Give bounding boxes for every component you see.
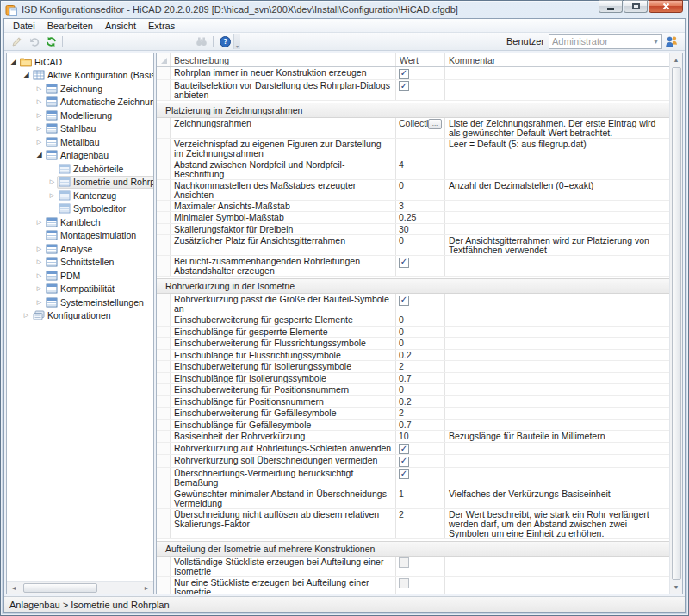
setting-row[interactable]: Einschuberweiterung für Gefällesymbole2 — [157, 408, 669, 420]
expander-collapsed-icon[interactable]: ▷ — [34, 245, 44, 253]
column-header-beschreibung[interactable]: Beschreibung — [171, 53, 396, 66]
help-button[interactable]: ? — [216, 34, 233, 49]
setting-value-cell[interactable] — [396, 557, 445, 576]
menu-item-datei[interactable]: Datei — [7, 20, 41, 32]
scroll-right-icon[interactable]: ► — [140, 582, 152, 594]
tree-item-systemeinstellungen[interactable]: ▷Systemeinstellungen — [7, 296, 153, 309]
value-checkbox[interactable] — [399, 469, 409, 479]
user-combobox[interactable]: Administrator ▼ — [549, 34, 662, 49]
tree-item-automatische-zeichnungsab[interactable]: ▷Automatische Zeichnungsab — [7, 96, 153, 109]
setting-row[interactable]: Rohrverkürzung passt die Größe der Baute… — [157, 294, 669, 314]
setting-row[interactable]: Nachkommastellen des Maßstabes erzeugter… — [157, 180, 669, 201]
expander-collapsed-icon[interactable]: ▷ — [47, 177, 57, 186]
tree-item-kantenzug[interactable]: ▷Kantenzug — [7, 189, 153, 202]
setting-value-cell[interactable]: 0.2 — [396, 396, 445, 408]
setting-value-cell[interactable]: 1 — [396, 488, 445, 508]
tree-item-schnittstellen[interactable]: ▷Schnittstellen — [7, 256, 153, 270]
close-button[interactable] — [649, 0, 683, 13]
setting-row[interactable]: Zusätzlicher Platz für Ansichtsgitterrah… — [157, 235, 669, 256]
scroll-left-icon[interactable]: ◄ — [8, 582, 20, 594]
value-checkbox[interactable] — [399, 444, 409, 454]
minimize-button[interactable] — [599, 0, 623, 13]
expander-expanded-icon[interactable]: ◢ — [22, 71, 31, 79]
setting-row[interactable]: Bei nicht-zusammenhängenden Rohrleitunge… — [157, 256, 669, 277]
scroll-up-icon[interactable]: ▲ — [670, 54, 682, 65]
titlebar[interactable]: ISD Konfigurationseditor - HiCAD 20.2.0.… — [3, 1, 686, 18]
expander-collapsed-icon[interactable]: ▷ — [34, 298, 44, 307]
setting-row[interactable]: Einschuberweiterung für gesperrte Elemen… — [157, 314, 669, 327]
setting-row[interactable]: Basiseinheit der Rohrverkürzung10Bezugsl… — [157, 431, 669, 443]
undo-button[interactable] — [25, 34, 42, 49]
setting-row[interactable]: Einschublänge für Flussrichtungssymbole0… — [157, 350, 669, 362]
setting-value-cell[interactable]: 2 — [396, 361, 445, 372]
tree-item-zubeh-rteile[interactable]: Zubehörteile — [7, 162, 153, 176]
tree-item-anlagenbau[interactable]: ◢Anlagenbau — [7, 149, 153, 163]
expander-collapsed-icon[interactable]: ▷ — [34, 97, 44, 106]
setting-value-cell[interactable] — [396, 256, 445, 276]
scrollbar-thumb[interactable] — [672, 67, 681, 580]
setting-row[interactable]: Einschublänge für Isolierungssymbole0.7 — [157, 373, 669, 385]
find-button[interactable] — [193, 34, 210, 49]
setting-value-cell[interactable]: 0 — [396, 180, 445, 200]
menu-item-extras[interactable]: Extras — [142, 20, 181, 32]
setting-value-cell[interactable] — [396, 468, 445, 488]
tree-item-kompatibilit-t[interactable]: ▷Kompatibilität — [7, 283, 153, 296]
tree-item-metallbau[interactable]: ▷Metallbau — [7, 135, 153, 149]
value-checkbox[interactable] — [399, 258, 409, 268]
tree-item-zeichnung[interactable]: ▷Zeichnung — [7, 82, 153, 96]
value-checkbox[interactable] — [399, 296, 409, 306]
grid-vertical-scrollbar[interactable]: ▲ ▼ — [669, 53, 682, 594]
setting-value-cell[interactable]: 0.2 — [396, 350, 445, 361]
setting-row[interactable]: ZeichnungsrahmenCollection...Liste der Z… — [157, 118, 669, 139]
value-checkbox[interactable] — [399, 457, 409, 467]
expander-collapsed-icon[interactable]: ▷ — [34, 84, 44, 93]
setting-value-cell[interactable] — [396, 67, 445, 79]
setting-value-cell[interactable]: 0.25 — [396, 212, 445, 223]
setting-value-cell[interactable]: 0 — [396, 314, 445, 326]
setting-value-cell[interactable] — [396, 139, 445, 159]
setting-row[interactable]: Überschneidung nicht auflösen ab diesem … — [157, 509, 669, 539]
tree-item-pdm[interactable]: ▷PDM — [7, 269, 153, 283]
expander-collapsed-icon[interactable]: ▷ — [34, 258, 44, 266]
user-switch-button[interactable] — [662, 34, 681, 49]
tree-item-kantblech[interactable]: ▷Kantblech — [7, 215, 153, 229]
setting-value-cell[interactable]: 4 — [396, 159, 445, 179]
setting-value-cell[interactable]: 0.7 — [396, 420, 445, 431]
setting-row[interactable]: Einschublänge für gesperrte Elemente0 — [157, 327, 669, 339]
setting-value-cell[interactable] — [396, 443, 445, 455]
ellipsis-button[interactable]: ... — [428, 119, 442, 129]
menu-item-ansicht[interactable]: Ansicht — [99, 20, 142, 32]
setting-row[interactable]: Rohrverkürzung auf Rohrleitungs-Schleife… — [157, 443, 669, 456]
tree-item-isometrie-und-rohrplan[interactable]: ▷Isometrie und Rohrplan — [7, 176, 153, 190]
tree-item-hicad[interactable]: ◢HiCAD — [7, 55, 153, 69]
setting-row[interactable]: Bauteilselektion vor Darstellung des Roh… — [157, 80, 669, 101]
setting-value-cell[interactable] — [396, 294, 445, 314]
setting-value-cell[interactable]: 0 — [396, 235, 445, 255]
tree-item-symboleditor[interactable]: Symboleditor — [7, 202, 153, 216]
setting-row[interactable]: Vollständige Stückliste erzeugen bei Auf… — [157, 557, 669, 577]
setting-row[interactable]: Maximaler Ansichts-Maßstab3 — [157, 201, 669, 213]
setting-row[interactable]: Minimaler Symbol-Maßstab0.25 — [157, 212, 669, 224]
setting-row[interactable]: Skalierungsfaktor für Dreibein30 — [157, 224, 669, 236]
tree-horizontal-scrollbar[interactable]: ◄ ► — [7, 581, 153, 594]
expander-expanded-icon[interactable]: ◢ — [9, 58, 18, 66]
setting-row[interactable]: Verzeichnispfad zu eigenen Figuren zur D… — [157, 139, 669, 159]
scroll-down-icon[interactable]: ▼ — [670, 582, 682, 593]
setting-row[interactable]: Einschuberweiterung für Isolierungssymbo… — [157, 361, 669, 373]
tree-item-modellierung[interactable]: ▷Modellierung — [7, 109, 153, 122]
setting-row[interactable]: Einschuberweiterung für Flussrichtungssy… — [157, 338, 669, 350]
scrollbar-thumb[interactable] — [23, 583, 97, 593]
setting-value-cell[interactable]: 0.7 — [396, 373, 445, 384]
tree-item-analyse[interactable]: ▷Analyse — [7, 242, 153, 256]
setting-row[interactable]: Abstand zwischen Nordpfeil und Nordpfeil… — [157, 159, 669, 180]
expander-collapsed-icon[interactable]: ▷ — [34, 111, 44, 120]
tree-item-stahlbau[interactable]: ▷Stahlbau — [7, 122, 153, 136]
setting-value-cell[interactable]: 30 — [396, 224, 445, 235]
setting-row[interactable]: Nur eine Stückliste erzeugen bei Aufteil… — [157, 577, 669, 594]
expander-collapsed-icon[interactable]: ▷ — [34, 218, 44, 227]
setting-row[interactable]: Überschneidungs-Vermeidung berücksichtig… — [157, 468, 669, 488]
expander-expanded-icon[interactable]: ◢ — [34, 151, 44, 159]
setting-value-cell[interactable]: 0 — [396, 384, 445, 395]
setting-row[interactable]: Einschuberweiterung für Positionsnummern… — [157, 384, 669, 396]
setting-value-cell[interactable]: 10 — [396, 431, 445, 442]
